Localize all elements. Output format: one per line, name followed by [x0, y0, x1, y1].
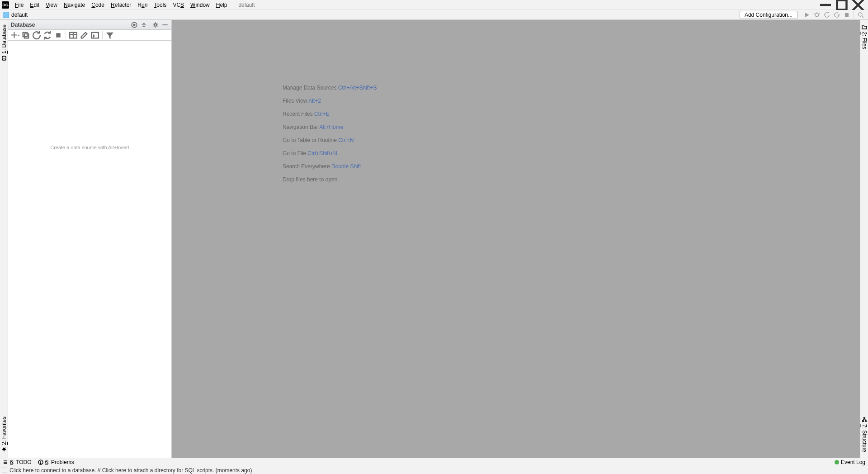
svg-rect-9	[845, 13, 849, 17]
add-icon[interactable]	[10, 30, 20, 40]
svg-marker-4	[805, 13, 809, 17]
svg-line-8	[819, 14, 820, 14]
window-title: default	[238, 2, 255, 8]
menu-vcs[interactable]: VCS	[170, 1, 187, 9]
event-log-indicator-icon	[835, 460, 839, 465]
status-message[interactable]: Click here to connect to a database. // …	[9, 467, 252, 474]
left-tool-gutter: 1: Database 2: Favorites	[0, 20, 8, 458]
menu-bar: DG File Edit View Navigate Code Refactor…	[0, 0, 868, 10]
filter-icon[interactable]	[105, 30, 115, 40]
todo-tab[interactable]: 6: TODO	[3, 459, 32, 465]
svg-point-10	[859, 13, 862, 16]
svg-line-35	[864, 418, 866, 420]
event-log-tab[interactable]: Event Log	[835, 459, 865, 465]
hint-navigation-bar: Navigation Bar Alt+Home	[283, 123, 377, 130]
svg-rect-25	[56, 33, 60, 37]
files-tool-tab[interactable]: 2: Files	[861, 22, 868, 52]
hide-panel-icon[interactable]	[161, 21, 169, 28]
status-icon[interactable]	[2, 468, 7, 473]
separator	[66, 31, 66, 39]
console-icon[interactable]	[90, 30, 100, 40]
structure-icon	[862, 417, 867, 422]
svg-point-5	[815, 13, 819, 17]
menu-tools[interactable]: Tools	[151, 1, 170, 9]
database-panel-title: Database	[11, 22, 35, 28]
close-button[interactable]	[850, 0, 866, 9]
sync-icon[interactable]	[42, 30, 52, 40]
search-everywhere-icon[interactable]	[856, 10, 865, 19]
menu-run[interactable]: Run	[134, 1, 151, 9]
menu-window[interactable]: Window	[187, 1, 213, 9]
menu-navigate[interactable]: Navigate	[61, 1, 88, 9]
database-tool-tab[interactable]: 1: Database	[0, 22, 8, 64]
collapse-all-icon[interactable]	[140, 21, 147, 28]
stop-icon[interactable]	[842, 10, 851, 19]
breadcrumb[interactable]: default	[11, 12, 28, 18]
add-configuration-button[interactable]: Add Configuration...	[740, 11, 797, 19]
folder-icon	[862, 24, 867, 30]
toolbar-separator	[854, 11, 854, 19]
hint-recent-files: Recent Files Ctrl+E	[283, 109, 377, 117]
separator	[102, 31, 103, 39]
svg-point-33	[865, 420, 866, 422]
svg-rect-29	[91, 32, 99, 38]
hint-manage-data-sources: Manage Data Sources Ctrl+Alt+Shift+S	[283, 83, 377, 91]
warning-icon	[38, 460, 43, 465]
database-tree[interactable]: Create a data source with Alt+Insert	[8, 41, 171, 458]
svg-line-11	[862, 16, 863, 18]
favorites-tool-tab[interactable]: 2: Favorites	[0, 414, 8, 455]
stop-icon[interactable]	[53, 30, 63, 40]
hint-drop-files: Drop files here to open	[283, 175, 377, 183]
app-icon: DG	[2, 1, 9, 9]
svg-rect-1	[837, 0, 847, 9]
database-panel-header: Database	[8, 20, 171, 30]
rerun-icon[interactable]	[822, 10, 831, 19]
menu-code[interactable]: Code	[88, 1, 108, 9]
status-bar: Click here to connect to a database. // …	[0, 466, 868, 474]
svg-point-15	[133, 24, 135, 25]
hint-go-to-table: Go to Table or Routine Ctrl+N	[283, 136, 377, 143]
svg-rect-24	[24, 33, 28, 38]
bottom-tool-bar: 6: TODO 6: Problems Event Log	[0, 458, 868, 466]
maximize-button[interactable]	[834, 0, 850, 9]
menu-refactor[interactable]: Refactor	[108, 1, 134, 9]
target-icon[interactable]	[131, 21, 138, 28]
menu-view[interactable]: View	[42, 1, 61, 9]
database-icon	[1, 56, 7, 61]
minimize-button[interactable]	[817, 0, 834, 9]
svg-rect-23	[23, 32, 27, 36]
hint-go-to-file: Go to File Ctrl+Shift+N	[283, 149, 377, 156]
problems-tab[interactable]: 6: Problems	[38, 459, 74, 465]
menu-help[interactable]: Help	[213, 1, 231, 9]
main-area: 1: Database 2: Favorites Database	[0, 20, 868, 458]
database-placeholder: Create a data source with Alt+Insert	[50, 145, 129, 150]
hint-files-view: Files View Alt+2	[283, 96, 377, 104]
right-tool-gutter: 2: Files 7: Structure	[860, 20, 868, 458]
run-with-coverage-icon[interactable]	[832, 10, 841, 19]
structure-tool-tab[interactable]: 7: Structure	[861, 414, 868, 455]
edit-icon[interactable]	[79, 30, 89, 40]
editor-area[interactable]: Manage Data Sources Ctrl+Alt+Shift+S Fil…	[172, 20, 860, 458]
window-controls	[817, 0, 866, 9]
table-icon[interactable]	[68, 30, 78, 40]
svg-point-32	[862, 420, 863, 422]
toolbar-separator	[800, 11, 800, 19]
project-icon	[3, 12, 9, 18]
menu-file[interactable]: File	[12, 1, 27, 9]
database-toolbar	[8, 30, 171, 41]
svg-line-7	[814, 14, 815, 14]
navigation-bar: default Add Configuration...	[0, 10, 868, 20]
list-icon	[3, 460, 8, 465]
svg-marker-30	[106, 32, 113, 38]
svg-point-31	[863, 417, 865, 418]
svg-marker-13	[2, 447, 6, 452]
menu-edit[interactable]: Edit	[27, 1, 42, 9]
debug-icon[interactable]	[812, 10, 821, 19]
run-icon[interactable]	[802, 10, 811, 19]
welcome-hints: Manage Data Sources Ctrl+Alt+Shift+S Fil…	[283, 83, 377, 183]
star-icon	[1, 447, 7, 452]
duplicate-icon[interactable]	[21, 30, 31, 40]
hint-search-everywhere: Search Everywhere Double Shift	[283, 162, 377, 170]
settings-icon[interactable]	[152, 21, 159, 28]
refresh-icon[interactable]	[32, 30, 42, 40]
